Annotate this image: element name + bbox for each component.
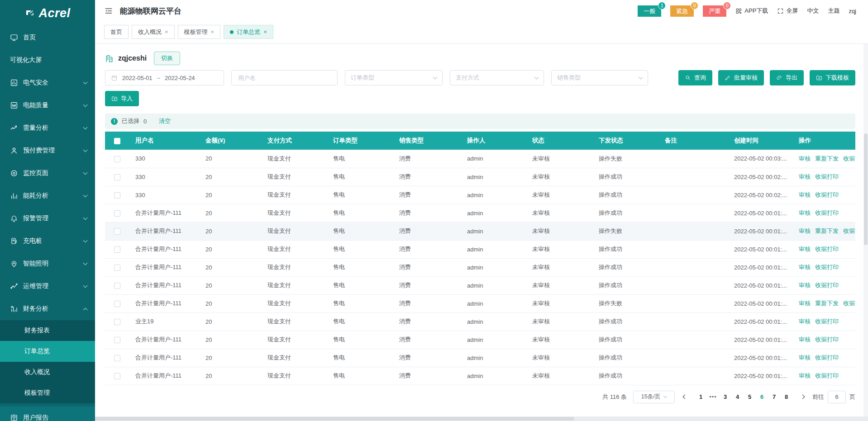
row-checkbox[interactable] [105, 276, 129, 294]
page-number[interactable]: 5 [744, 393, 756, 400]
select-all-checkbox[interactable] [105, 132, 129, 150]
row-checkbox[interactable] [105, 258, 129, 276]
action-link[interactable]: 重新下发 [815, 155, 839, 162]
action-link[interactable]: 审核 [799, 155, 811, 162]
action-link[interactable]: 审核 [799, 300, 811, 307]
sidebar-item-ops-management[interactable]: 运维管理 [0, 275, 95, 298]
row-checkbox[interactable] [105, 331, 129, 349]
alarm-chip-urgent[interactable]: 紧急 0 [670, 5, 694, 17]
next-page-button[interactable] [799, 393, 806, 401]
sidebar-item-order-overview[interactable]: 订单总览 [0, 341, 95, 362]
sidebar-item-template-management[interactable]: 模板管理 [0, 383, 95, 403]
sale-type-select[interactable]: 销售类型 [551, 70, 648, 85]
sidebar-item-income-overview[interactable]: 收入概况 [0, 362, 95, 383]
language-switch[interactable]: 中文 [807, 7, 819, 15]
action-link[interactable]: 审核 [799, 336, 811, 343]
theme-switch[interactable]: 主题 [828, 7, 839, 15]
row-checkbox[interactable] [105, 150, 129, 168]
page-size-select[interactable]: 15条/页 [633, 391, 675, 403]
sidebar-item-smart-lighting[interactable]: 智能照明 [0, 252, 95, 275]
tab-order-overview[interactable]: 订单总览× [224, 25, 273, 39]
sidebar-item-visual-screen[interactable]: 可视化大屏 [0, 49, 95, 71]
page-ellipsis[interactable]: ••• [707, 393, 719, 400]
action-link[interactable]: 审核 [799, 264, 811, 270]
order-type-select[interactable]: 订单类型 [345, 70, 443, 85]
row-checkbox[interactable] [105, 186, 129, 204]
page-number[interactable]: 4 [731, 393, 744, 400]
close-icon[interactable]: × [211, 29, 215, 35]
username-input[interactable] [237, 74, 332, 82]
sidebar-item-prepaid-management[interactable]: 预付费管理 [0, 139, 95, 162]
horizontal-scrollbar[interactable] [95, 416, 868, 421]
sidebar-item-user-report[interactable]: 用户报告 [0, 407, 95, 421]
tab-home[interactable]: 首页 [104, 25, 129, 39]
action-link[interactable]: 收据打印 [815, 264, 839, 270]
action-link[interactable]: 重新下发 [815, 227, 839, 234]
pay-method-select[interactable]: 支付方式 [450, 70, 544, 85]
row-checkbox[interactable] [105, 222, 129, 240]
tab-income-overview[interactable]: 收入概况× [132, 25, 175, 39]
sidebar-item-home[interactable]: 首页 [0, 26, 95, 49]
switch-company-button[interactable]: 切换 [154, 52, 180, 65]
sidebar-item-energy-analysis[interactable]: 能耗分析 [0, 184, 95, 207]
sidebar-item-charging-pile[interactable]: 充电桩 [0, 230, 95, 252]
prev-page-button[interactable] [681, 393, 688, 401]
clear-selection-link[interactable]: 清空 [159, 117, 171, 125]
action-link[interactable]: 审核 [799, 209, 811, 216]
import-button[interactable]: 导入 [105, 91, 139, 106]
row-checkbox[interactable] [105, 294, 129, 312]
action-link[interactable]: 收据打印 [843, 227, 855, 234]
batch-audit-button[interactable]: 批量审核 [718, 70, 764, 85]
action-link[interactable]: 收据打印 [815, 173, 839, 180]
page-number[interactable]: 3 [719, 393, 731, 400]
action-link[interactable]: 收据打印 [815, 246, 839, 252]
action-link[interactable]: 收据打印 [815, 336, 839, 343]
action-link[interactable]: 收据打印 [815, 372, 839, 379]
action-link[interactable]: 审核 [799, 282, 811, 289]
action-link[interactable]: 收据打印 [815, 191, 839, 198]
collapse-menu-icon[interactable] [104, 6, 113, 15]
sidebar-item-demand-analysis[interactable]: 需量分析 [0, 117, 95, 139]
fullscreen-link[interactable]: 全屏 [777, 7, 798, 15]
action-link[interactable]: 收据打印 [815, 318, 839, 325]
page-number[interactable]: 1 [695, 393, 707, 400]
action-link[interactable]: 收据打印 [843, 300, 855, 307]
download-template-button[interactable]: 下载模板 [810, 70, 855, 85]
action-link[interactable]: 收据打印 [815, 282, 839, 289]
close-icon[interactable]: × [165, 29, 168, 35]
action-link[interactable]: 审核 [799, 372, 811, 379]
alarm-chip-general[interactable]: 一般 1 [638, 5, 661, 17]
page-number[interactable]: 8 [780, 393, 792, 400]
sidebar-item-electric-safety[interactable]: 电气安全 [0, 71, 95, 94]
sidebar-item-finance-report[interactable]: 财务报表 [0, 320, 95, 341]
row-checkbox[interactable] [105, 367, 129, 385]
row-checkbox[interactable] [105, 168, 129, 186]
page-number[interactable]: 6 [756, 393, 768, 400]
username[interactable]: zqj [849, 8, 856, 14]
jump-page-input[interactable] [828, 391, 846, 403]
sidebar-item-alarm-management[interactable]: 报警管理 [0, 207, 95, 230]
row-checkbox[interactable] [105, 240, 129, 258]
sidebar-item-power-quality[interactable]: 电能质量 [0, 94, 95, 117]
alarm-chip-severe[interactable]: 严重 0 [703, 5, 726, 17]
action-link[interactable]: 审核 [799, 246, 811, 252]
action-link[interactable]: 审核 [799, 318, 811, 325]
date-range-picker[interactable]: 2022-05-01 ~ 2022-05-24 [105, 70, 224, 85]
vertical-scrollbar[interactable] [863, 44, 868, 416]
action-link[interactable]: 收据打印 [815, 209, 839, 216]
row-checkbox[interactable] [105, 312, 129, 331]
action-link[interactable]: 审核 [799, 173, 811, 180]
row-checkbox[interactable] [105, 204, 129, 222]
close-icon[interactable]: × [263, 29, 267, 35]
action-link[interactable]: 审核 [799, 354, 811, 361]
sidebar-item-monitor-page[interactable]: 监控页面 [0, 162, 95, 184]
action-link[interactable]: 收据打印 [815, 354, 839, 361]
page-number[interactable]: 7 [768, 393, 780, 400]
action-link[interactable]: 重新下发 [815, 300, 839, 307]
action-link[interactable]: 审核 [799, 191, 811, 198]
app-download-link[interactable]: APP下载 [735, 7, 768, 15]
export-button[interactable]: 导出 [770, 70, 804, 85]
search-button[interactable]: 查询 [678, 70, 712, 85]
row-checkbox[interactable] [105, 349, 129, 367]
tab-template-management[interactable]: 模板管理× [178, 25, 221, 39]
